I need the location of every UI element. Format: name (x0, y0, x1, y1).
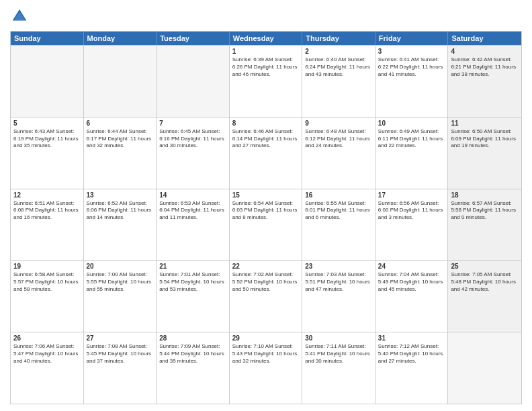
calendar-cell: 30Sunrise: 7:11 AM Sunset: 5:41 PM Dayli… (302, 332, 375, 404)
calendar-cell (84, 46, 157, 117)
day-info: Sunrise: 7:03 AM Sunset: 5:51 PM Dayligh… (305, 271, 372, 293)
calendar-cell: 12Sunrise: 6:51 AM Sunset: 6:08 PM Dayli… (11, 189, 84, 261)
day-number: 22 (232, 263, 300, 270)
calendar-cell: 8Sunrise: 6:46 AM Sunset: 6:14 PM Daylig… (230, 118, 303, 189)
day-number: 29 (232, 334, 300, 342)
day-info: Sunrise: 7:04 AM Sunset: 5:49 PM Dayligh… (378, 271, 445, 293)
weekday-header: Friday (375, 32, 449, 45)
calendar-cell (448, 332, 521, 404)
calendar-header: SundayMondayTuesdayWednesdayThursdayFrid… (11, 32, 521, 45)
day-number: 7 (159, 120, 226, 127)
day-number: 13 (87, 191, 154, 199)
calendar-cell: 6Sunrise: 6:44 AM Sunset: 6:17 PM Daylig… (84, 118, 157, 189)
day-info: Sunrise: 6:51 AM Sunset: 6:08 PM Dayligh… (13, 200, 81, 222)
day-number: 26 (13, 334, 81, 342)
day-info: Sunrise: 6:54 AM Sunset: 6:03 PM Dayligh… (232, 200, 300, 222)
day-info: Sunrise: 6:55 AM Sunset: 6:01 PM Dayligh… (305, 200, 372, 222)
day-number: 14 (159, 191, 226, 199)
calendar-cell: 13Sunrise: 6:52 AM Sunset: 6:06 PM Dayli… (84, 189, 157, 261)
day-number: 28 (159, 334, 226, 342)
calendar-row: 12Sunrise: 6:51 AM Sunset: 6:08 PM Dayli… (11, 189, 521, 261)
day-number: 9 (305, 120, 372, 127)
calendar-row: 5Sunrise: 6:43 AM Sunset: 6:19 PM Daylig… (11, 117, 521, 189)
day-info: Sunrise: 6:48 AM Sunset: 6:12 PM Dayligh… (305, 128, 372, 150)
day-number: 23 (305, 263, 372, 270)
calendar-cell: 24Sunrise: 7:04 AM Sunset: 5:49 PM Dayli… (375, 261, 449, 332)
day-number: 21 (159, 263, 226, 270)
calendar-cell: 31Sunrise: 7:12 AM Sunset: 5:40 PM Dayli… (375, 332, 449, 404)
day-info: Sunrise: 7:00 AM Sunset: 5:55 PM Dayligh… (87, 271, 154, 293)
weekday-header: Saturday (448, 32, 521, 45)
day-info: Sunrise: 7:12 AM Sunset: 5:40 PM Dayligh… (378, 343, 445, 365)
day-info: Sunrise: 7:08 AM Sunset: 5:45 PM Dayligh… (87, 343, 154, 365)
day-number: 17 (378, 191, 445, 199)
day-info: Sunrise: 7:02 AM Sunset: 5:52 PM Dayligh… (232, 271, 300, 293)
day-info: Sunrise: 6:39 AM Sunset: 6:26 PM Dayligh… (232, 56, 300, 78)
calendar-cell: 1Sunrise: 6:39 AM Sunset: 6:26 PM Daylig… (230, 46, 303, 117)
calendar-body: 1Sunrise: 6:39 AM Sunset: 6:26 PM Daylig… (11, 45, 521, 404)
calendar-cell: 23Sunrise: 7:03 AM Sunset: 5:51 PM Dayli… (302, 261, 375, 332)
day-number: 30 (305, 334, 372, 342)
calendar: SundayMondayTuesdayWednesdayThursdayFrid… (10, 31, 522, 404)
day-info: Sunrise: 6:52 AM Sunset: 6:06 PM Dayligh… (87, 200, 154, 222)
calendar-cell: 19Sunrise: 6:58 AM Sunset: 5:57 PM Dayli… (11, 261, 84, 332)
calendar-cell: 28Sunrise: 7:09 AM Sunset: 5:44 PM Dayli… (157, 332, 230, 404)
logo (10, 7, 32, 26)
day-info: Sunrise: 7:11 AM Sunset: 5:41 PM Dayligh… (305, 343, 372, 365)
day-number: 15 (232, 191, 300, 199)
weekday-header: Thursday (302, 32, 375, 45)
header (10, 7, 522, 26)
day-info: Sunrise: 7:01 AM Sunset: 5:54 PM Dayligh… (159, 271, 226, 293)
calendar-cell: 25Sunrise: 7:05 AM Sunset: 5:48 PM Dayli… (448, 261, 521, 332)
calendar-cell: 11Sunrise: 6:50 AM Sunset: 6:09 PM Dayli… (448, 118, 521, 189)
weekday-header: Wednesday (230, 32, 303, 45)
day-info: Sunrise: 6:44 AM Sunset: 6:17 PM Dayligh… (87, 128, 154, 150)
day-info: Sunrise: 6:56 AM Sunset: 6:00 PM Dayligh… (378, 200, 445, 222)
weekday-header: Tuesday (157, 32, 230, 45)
calendar-cell: 22Sunrise: 7:02 AM Sunset: 5:52 PM Dayli… (230, 261, 303, 332)
day-number: 4 (451, 48, 519, 55)
calendar-cell: 10Sunrise: 6:49 AM Sunset: 6:11 PM Dayli… (375, 118, 449, 189)
day-number: 20 (87, 263, 154, 270)
day-number: 8 (232, 120, 300, 127)
day-number: 5 (13, 120, 81, 127)
day-info: Sunrise: 7:09 AM Sunset: 5:44 PM Dayligh… (159, 343, 226, 365)
logo-icon (10, 7, 29, 26)
day-info: Sunrise: 6:45 AM Sunset: 6:16 PM Dayligh… (159, 128, 226, 150)
calendar-row: 26Sunrise: 7:06 AM Sunset: 5:47 PM Dayli… (11, 332, 521, 404)
day-number: 16 (305, 191, 372, 199)
day-number: 11 (451, 120, 519, 127)
day-number: 1 (232, 48, 300, 55)
calendar-cell (157, 46, 230, 117)
day-number: 31 (378, 334, 445, 342)
day-info: Sunrise: 6:58 AM Sunset: 5:57 PM Dayligh… (13, 271, 81, 293)
calendar-cell: 27Sunrise: 7:08 AM Sunset: 5:45 PM Dayli… (84, 332, 157, 404)
day-number: 19 (13, 263, 81, 270)
day-info: Sunrise: 6:46 AM Sunset: 6:14 PM Dayligh… (232, 128, 300, 150)
day-info: Sunrise: 6:49 AM Sunset: 6:11 PM Dayligh… (378, 128, 445, 150)
calendar-cell: 5Sunrise: 6:43 AM Sunset: 6:19 PM Daylig… (11, 118, 84, 189)
calendar-row: 19Sunrise: 6:58 AM Sunset: 5:57 PM Dayli… (11, 260, 521, 332)
calendar-cell: 29Sunrise: 7:10 AM Sunset: 5:43 PM Dayli… (230, 332, 303, 404)
day-info: Sunrise: 6:53 AM Sunset: 6:04 PM Dayligh… (159, 200, 226, 222)
day-info: Sunrise: 6:42 AM Sunset: 6:21 PM Dayligh… (451, 56, 519, 78)
calendar-cell: 14Sunrise: 6:53 AM Sunset: 6:04 PM Dayli… (157, 189, 230, 261)
calendar-row: 1Sunrise: 6:39 AM Sunset: 6:26 PM Daylig… (11, 45, 521, 117)
day-info: Sunrise: 7:06 AM Sunset: 5:47 PM Dayligh… (13, 343, 81, 365)
calendar-cell: 18Sunrise: 6:57 AM Sunset: 5:58 PM Dayli… (448, 189, 521, 261)
day-number: 12 (13, 191, 81, 199)
calendar-cell: 16Sunrise: 6:55 AM Sunset: 6:01 PM Dayli… (302, 189, 375, 261)
day-info: Sunrise: 6:41 AM Sunset: 6:22 PM Dayligh… (378, 56, 445, 78)
day-number: 10 (378, 120, 445, 127)
weekday-header: Sunday (11, 32, 84, 45)
calendar-cell: 17Sunrise: 6:56 AM Sunset: 6:00 PM Dayli… (375, 189, 449, 261)
calendar-cell: 2Sunrise: 6:40 AM Sunset: 6:24 PM Daylig… (302, 46, 375, 117)
calendar-cell: 7Sunrise: 6:45 AM Sunset: 6:16 PM Daylig… (157, 118, 230, 189)
day-number: 18 (451, 191, 519, 199)
day-info: Sunrise: 6:43 AM Sunset: 6:19 PM Dayligh… (13, 128, 81, 150)
day-info: Sunrise: 6:57 AM Sunset: 5:58 PM Dayligh… (451, 200, 519, 222)
day-number: 24 (378, 263, 445, 270)
day-info: Sunrise: 6:50 AM Sunset: 6:09 PM Dayligh… (451, 128, 519, 150)
calendar-cell: 9Sunrise: 6:48 AM Sunset: 6:12 PM Daylig… (302, 118, 375, 189)
calendar-cell (11, 46, 84, 117)
